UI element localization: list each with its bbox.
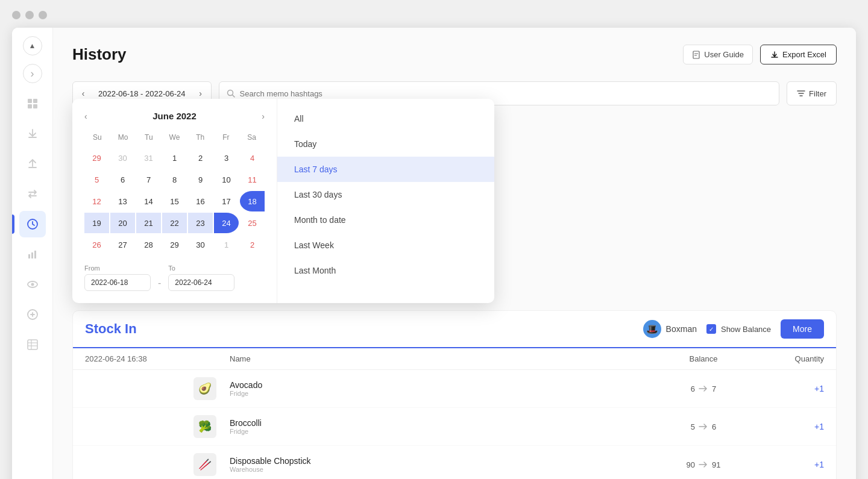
next-month-button[interactable]: › [262,111,265,121]
calendar-day[interactable]: 12 [84,191,109,211]
calendar-day[interactable]: 1 [214,234,239,255]
quick-date-item[interactable]: Month to date [277,207,494,233]
reports-icon [27,248,39,260]
search-input[interactable] [240,89,772,98]
calendar-day[interactable]: 27 [110,234,135,255]
sidebar-item-import[interactable] [19,121,46,147]
sidebar-item-transfer[interactable] [19,181,46,207]
calendar-day[interactable]: 24 [214,213,239,233]
sidebar-item-add[interactable] [19,301,46,328]
quick-date-item[interactable]: Last 30 days [277,182,494,207]
show-balance-label: Show Balance [721,325,771,334]
calendar-day[interactable]: 30 [188,234,213,255]
calendar-day[interactable]: 14 [136,191,161,211]
page-title: History [72,45,127,64]
calendar-day[interactable]: 13 [110,191,135,211]
sidebar: ▲ › [12,28,53,479]
calendar-day[interactable]: 1 [162,148,187,168]
calendar-day[interactable]: 31 [136,148,161,168]
history-icon [27,218,39,230]
table-row: 🥢 Disposable Chopstick Warehouse 90 91 +… [73,446,836,479]
row-balance: 6 7 [655,384,752,393]
calendar-day[interactable]: 7 [136,169,161,190]
sidebar-item-reports[interactable] [19,241,46,268]
calendar-day[interactable]: 2 [240,234,265,255]
calendar-day[interactable]: 20 [110,213,135,233]
table-icon [27,339,39,351]
from-date-group: From [84,265,151,291]
quick-date-item[interactable]: Today [277,131,494,157]
calendar-day[interactable]: 4 [240,148,265,168]
balance-to: 6 [712,422,716,431]
calendar-day[interactable]: 5 [84,169,109,190]
sidebar-item-export[interactable] [19,151,46,177]
calendar-day[interactable]: 3 [214,148,239,168]
table-row: 🥦 Broccolli Fridge 5 6 +1 [73,408,836,446]
calendar-day[interactable]: 29 [162,234,187,255]
quick-date-item[interactable]: Last Month [277,258,494,283]
user-guide-button[interactable]: User Guide [683,45,753,64]
datepicker-dropdown: ‹ June 2022 › Su Mo Tu We Th Fr Sa [72,99,494,303]
sidebar-item-view[interactable] [19,271,46,298]
calendar-day[interactable]: 9 [188,169,213,190]
calendar-day[interactable]: 23 [188,213,213,233]
col-datetime: 2022-06-24 16:38 [85,354,193,363]
calendar-day[interactable]: 29 [84,148,109,168]
calendar-day[interactable]: 28 [136,234,161,255]
expand-sidebar-button[interactable]: ▲ [23,36,42,55]
sidebar-item-grid[interactable] [19,331,46,358]
row-photo: 🥑 [193,377,230,400]
download-icon [770,51,779,59]
dashboard-icon [27,98,39,110]
calendar-day[interactable]: 10 [214,169,239,190]
product-name: Avocado [230,380,655,390]
calendar-day[interactable]: 11 [240,169,265,190]
chevron-right-icon: › [31,67,34,80]
to-date-input[interactable] [168,274,234,291]
svg-rect-1 [33,99,37,103]
calendar-day[interactable]: 15 [162,191,187,211]
svg-rect-16 [693,51,699,58]
header-actions: User Guide Export Excel [683,45,837,64]
calendar-day[interactable]: 22 [162,213,187,233]
col-quantity-header: Quantity [752,354,824,363]
calendar-day[interactable]: 21 [136,213,161,233]
calendar-day[interactable]: 26 [84,234,109,255]
sidebar-toggle-button[interactable]: › [23,64,42,83]
filter-button[interactable]: Filter [787,81,837,105]
app-window: ▲ › [12,28,856,479]
svg-rect-3 [33,104,37,108]
show-balance-toggle[interactable]: ✓ Show Balance [706,324,771,334]
calendar-day[interactable]: 8 [162,169,187,190]
sidebar-item-history[interactable] [19,211,46,237]
sidebar-item-dashboard[interactable] [19,90,46,117]
calendar-day[interactable]: 25 [240,213,265,233]
more-button[interactable]: More [781,319,824,339]
quick-date-item[interactable]: Last Week [277,233,494,258]
dot-red [12,11,20,19]
row-photo: 🥢 [193,453,230,476]
row-name: Disposable Chopstick Warehouse [230,456,655,473]
calendar-day[interactable]: 6 [110,169,135,190]
calendar-day[interactable]: 17 [214,191,239,211]
export-excel-button[interactable]: Export Excel [760,45,837,64]
row-quantity: +1 [752,422,824,431]
quick-dates-panel: AllTodayLast 7 daysLast 30 daysMonth to … [277,99,494,303]
show-balance-checkbox[interactable]: ✓ [706,324,716,334]
calendar-day[interactable]: 30 [110,148,135,168]
calendar-day[interactable]: 16 [188,191,213,211]
balance-from: 90 [687,460,695,469]
avatar: 🎩 [643,320,661,338]
table-container: Stock In 🎩 Boxman ✓ Show Balance [72,310,837,479]
product-name: Broccolli [230,418,655,428]
calendar-grid: Su Mo Tu We Th Fr Sa 2930311234567891011… [84,131,265,255]
calendar-day[interactable]: 19 [84,213,109,233]
to-label: To [168,265,234,272]
product-thumb: 🥢 [193,453,216,476]
from-date-input[interactable] [84,274,151,291]
calendar-day[interactable]: 2 [188,148,213,168]
calendar-day[interactable]: 18 [240,191,265,211]
prev-month-button[interactable]: ‹ [84,111,87,121]
quick-date-item[interactable]: All [277,106,494,131]
quick-date-item[interactable]: Last 7 days [277,157,494,182]
